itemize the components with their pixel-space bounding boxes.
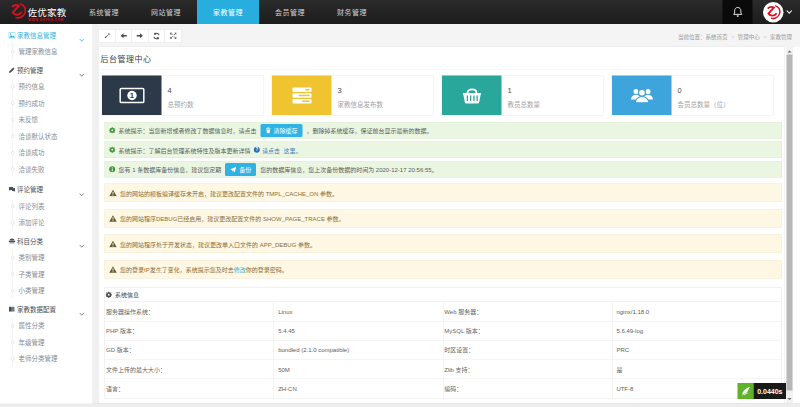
svg-text:?: ? (255, 147, 258, 152)
svg-text:1: 1 (130, 91, 135, 100)
